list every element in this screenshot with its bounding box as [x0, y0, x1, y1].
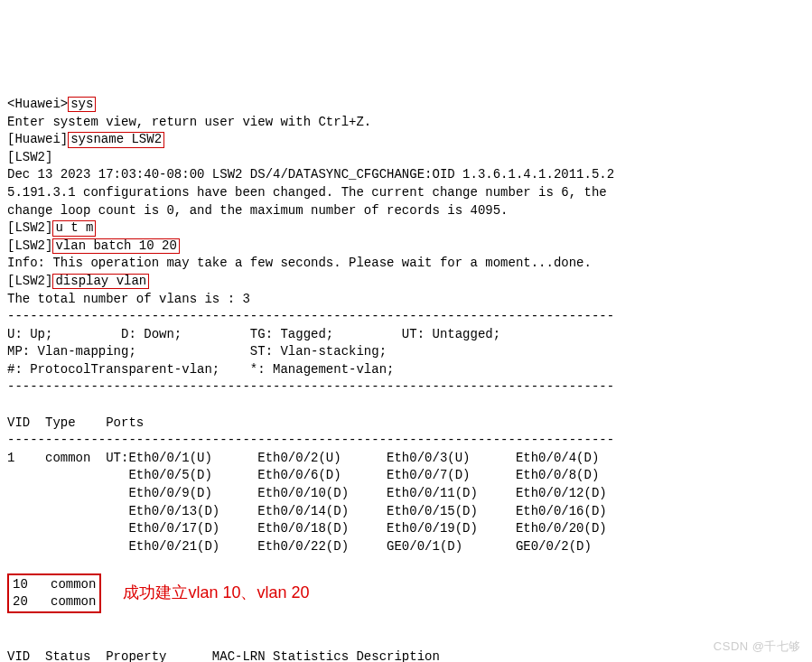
log-line-3: change loop count is 0, and the maximum … [7, 203, 509, 218]
status-header: VID Status Property MAC-LRN Statistics D… [7, 649, 440, 662]
ports-row-4: Eth0/0/13(D) Eth0/0/14(D) Eth0/0/15(D) E… [7, 504, 607, 518]
legend-2: MP: Vlan-mapping; ST: Vlan-stacking; [7, 344, 387, 359]
vlan20-line: 20 common [13, 594, 96, 609]
ports-row-1: 1 common UT:Eth0/0/1(U) Eth0/0/2(U) Eth0… [7, 451, 599, 465]
terminal-output-2: VID Status Property MAC-LRN Statistics D… [7, 630, 805, 662]
line-total-vlans: The total number of vlans is : 3 [7, 292, 250, 306]
ports-row-6: Eth0/0/21(D) Eth0/0/22(D) GE0/0/1(D) GE0… [7, 539, 592, 554]
cmd-sysname: sysname LSW2 [68, 132, 164, 147]
prompt-lsw2-c: [LSW2] [7, 274, 52, 288]
annotation-red-note: 成功建立vlan 10、vlan 20 [123, 582, 309, 604]
prompt-lsw2-empty: [LSW2] [7, 150, 52, 164]
vlan-created-row: 10 common 20 common成功建立vlan 10、vlan 20 [7, 573, 805, 613]
cmd-utm: u t m [52, 220, 96, 236]
ports-row-5: Eth0/0/17(D) Eth0/0/18(D) Eth0/0/19(D) E… [7, 521, 607, 536]
terminal-output: <Huawei>sys Enter system view, return us… [7, 78, 805, 555]
vlan10-line: 10 common [13, 577, 96, 592]
line-enter-view: Enter system view, return user view with… [7, 115, 371, 129]
divider-3: ----------------------------------------… [7, 433, 614, 447]
cmd-sys: sys [68, 97, 96, 112]
ports-row-3: Eth0/0/9(D) Eth0/0/10(D) Eth0/0/11(D) Et… [7, 486, 607, 500]
log-line-2: 5.191.3.1 configurations have been chang… [7, 185, 607, 200]
legend-1: U: Up; D: Down; TG: Tagged; UT: Untagged… [7, 327, 500, 341]
log-line-1: Dec 13 2023 17:03:40-08:00 LSW2 DS/4/DAT… [7, 167, 614, 182]
cmd-display-vlan: display vlan [52, 274, 149, 289]
prompt-huawei: <Huawei> [7, 97, 68, 111]
legend-3: #: ProtocolTransparent-vlan; *: Manageme… [7, 362, 394, 377]
divider: ----------------------------------------… [7, 309, 614, 323]
prompt-lsw2-b: [LSW2] [7, 238, 52, 253]
watermark: CSDN @千七够 [714, 639, 801, 655]
cmd-vlan-batch: vlan batch 10 20 [52, 238, 179, 254]
ports-header: VID Type Ports [7, 415, 144, 430]
vlan-box: 10 common 20 common [7, 573, 101, 613]
prompt-lsw2-a: [LSW2] [7, 220, 52, 235]
ports-row-2: Eth0/0/5(D) Eth0/0/6(D) Eth0/0/7(D) Eth0… [7, 468, 599, 482]
divider-2: ----------------------------------------… [7, 379, 614, 394]
info-wait: Info: This operation may take a few seco… [7, 256, 592, 270]
prompt-huawei2: [Huawei] [7, 132, 68, 146]
